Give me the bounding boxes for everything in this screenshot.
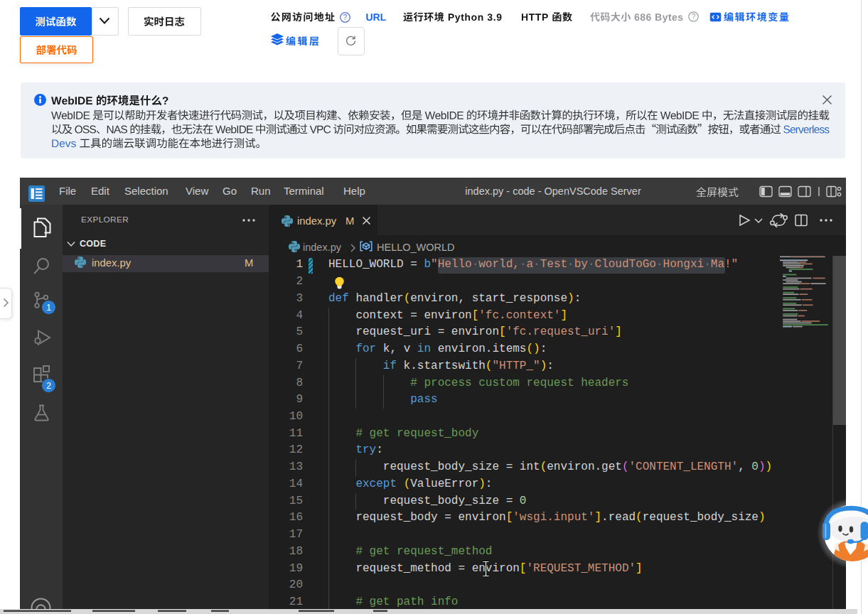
svg-text:1: 1 bbox=[46, 302, 51, 312]
svg-text:?: ? bbox=[343, 13, 347, 21]
svg-text:2: 2 bbox=[46, 380, 51, 390]
svg-text:?: ? bbox=[692, 13, 696, 21]
